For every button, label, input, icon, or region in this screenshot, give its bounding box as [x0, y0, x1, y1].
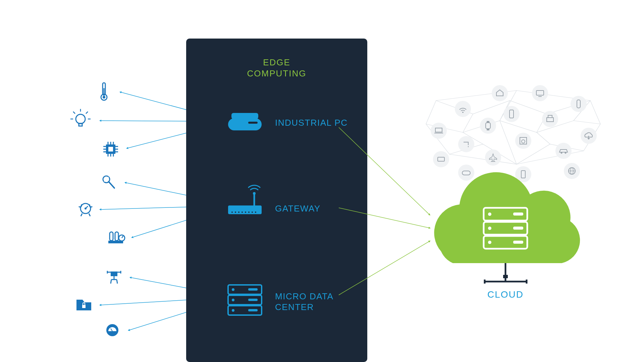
svg-rect-115	[513, 227, 523, 230]
svg-point-57	[255, 212, 256, 213]
svg-rect-42	[82, 305, 86, 308]
edge-panel: EDGE COMPUTING INDUSTRIAL PC	[186, 39, 367, 362]
svg-point-79	[542, 111, 558, 127]
svg-point-99	[561, 152, 562, 154]
svg-line-26	[109, 182, 114, 188]
svg-point-54	[245, 212, 246, 213]
thermometer-icon	[101, 83, 107, 100]
gauge-icon	[79, 203, 92, 216]
svg-point-90	[515, 133, 531, 149]
svg-line-30	[86, 206, 88, 208]
iot-node-faucet	[458, 136, 474, 152]
svg-rect-119	[503, 275, 508, 278]
svg-point-4	[76, 114, 85, 124]
iot-node-printer	[542, 111, 558, 127]
svg-point-100	[565, 152, 567, 154]
iot-node-cart	[433, 151, 449, 167]
svg-point-89	[458, 136, 474, 152]
iot-node-monitor	[532, 85, 548, 101]
svg-point-63	[232, 288, 234, 291]
svg-point-55	[248, 212, 250, 213]
chip-icon	[103, 142, 118, 157]
iot-node-home	[492, 85, 508, 101]
svg-rect-64	[248, 288, 258, 291]
controls-icon	[108, 232, 125, 243]
svg-point-112	[488, 213, 491, 216]
micro-data-center-label-2: CENTER	[275, 302, 314, 312]
iot-node-laptop	[431, 123, 447, 139]
industrial-pc-label: INDUSTRIAL PC	[275, 118, 347, 128]
iot-node-globe	[564, 163, 580, 179]
svg-rect-49	[228, 205, 262, 214]
svg-rect-68	[248, 309, 258, 311]
svg-point-69	[492, 85, 508, 101]
svg-line-8	[73, 112, 75, 114]
svg-rect-85	[487, 129, 489, 130]
svg-rect-36	[111, 272, 117, 276]
svg-point-114	[488, 227, 491, 230]
svg-rect-113	[513, 213, 523, 216]
iot-mesh	[426, 85, 600, 182]
svg-point-86	[431, 123, 447, 139]
svg-point-75	[455, 101, 471, 117]
svg-point-52	[238, 212, 239, 213]
svg-point-97	[485, 149, 501, 166]
iot-node-phone	[503, 106, 520, 122]
svg-point-53	[241, 212, 243, 213]
edge-title-line2: COMPUTING	[247, 68, 307, 78]
cloud-label: CLOUD	[487, 289, 524, 300]
svg-point-98	[555, 143, 572, 159]
svg-point-95	[433, 151, 449, 167]
svg-point-67	[232, 309, 234, 312]
svg-point-101	[458, 165, 474, 181]
edge-title-line1: EDGE	[263, 57, 290, 67]
svg-rect-47	[231, 113, 258, 119]
svg-rect-5	[79, 123, 82, 126]
svg-rect-32	[110, 232, 113, 241]
svg-rect-48	[248, 122, 258, 124]
meter-icon	[106, 324, 118, 336]
secure-folder-icon	[76, 300, 91, 310]
svg-point-82	[480, 118, 496, 134]
microphone-icon	[103, 176, 114, 188]
iot-node-washer	[515, 133, 531, 149]
iot-node-wifi	[455, 101, 471, 117]
svg-point-73	[571, 96, 587, 112]
svg-rect-45	[186, 39, 367, 362]
iot-node-remote	[571, 96, 587, 112]
svg-point-50	[231, 212, 233, 213]
iot-node-cloud-dl	[581, 128, 597, 144]
svg-point-65	[232, 299, 234, 301]
svg-rect-33	[115, 232, 118, 241]
svg-point-59	[253, 192, 256, 195]
svg-rect-46	[228, 118, 262, 130]
svg-point-77	[503, 106, 520, 122]
cloud-block: CLOUD	[434, 172, 580, 300]
svg-rect-12	[108, 147, 113, 152]
svg-point-56	[252, 212, 253, 213]
svg-point-70	[532, 85, 548, 101]
micro-data-center-label-1: MICRO DATA	[275, 291, 333, 301]
iot-node-gamepad	[458, 165, 474, 181]
svg-line-9	[86, 112, 88, 114]
lightbulb-icon	[70, 109, 91, 126]
diagram-canvas: EDGE COMPUTING INDUSTRIAL PC	[0, 0, 644, 362]
svg-line-27	[104, 177, 109, 182]
svg-rect-66	[248, 299, 258, 301]
iot-node-plane	[485, 149, 501, 166]
svg-point-76	[462, 112, 464, 113]
svg-point-116	[488, 241, 491, 244]
svg-rect-84	[487, 121, 489, 123]
iot-node-watch	[480, 118, 496, 134]
iot-node-car	[555, 143, 572, 159]
svg-rect-117	[513, 241, 523, 244]
svg-point-51	[235, 212, 236, 213]
svg-line-35	[122, 236, 123, 238]
industrial-pc-icon	[228, 113, 262, 130]
robot-arm-icon	[107, 271, 121, 284]
gateway-label: GATEWAY	[275, 203, 321, 214]
